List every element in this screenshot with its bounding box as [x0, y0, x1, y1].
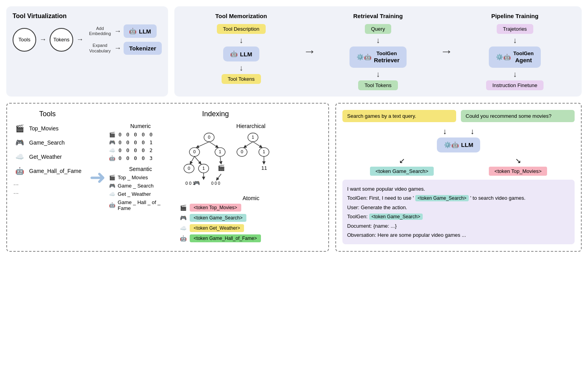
tools-column: Tools 🎬 Top_Movies 🎮 Game_Search ☁️ Get_… — [13, 110, 86, 245]
robot-icon5: ⚙️🤖 — [444, 141, 459, 149]
query-box: Query — [365, 24, 391, 34]
branch-arrow2: → — [114, 44, 121, 52]
retriever-box: ⚙️🤖 ToolGen Retriever — [349, 46, 407, 68]
result-token-1: <token Game_Search> — [370, 167, 434, 176]
num-icon-1: 🎮 — [109, 139, 115, 145]
robot-icon1: 🤖 — [129, 28, 137, 35]
atomic-row-0: 🎬 <token Top_Movies> — [180, 204, 322, 212]
atomic-icon-0: 🎬 — [180, 204, 187, 211]
training-arrow1: → — [302, 13, 318, 90]
agent-box: ⚙️🤖 ToolGen Agent — [489, 46, 541, 68]
conv-llm: ↓ ↓ ⚙️🤖 LLM — [342, 127, 575, 152]
tool-tokens-box1: Tool Tokens — [222, 74, 261, 84]
conv-line-5: Obversation: Here are some popular video… — [347, 230, 570, 240]
hall-of-fame-icon: 🤖 — [13, 165, 26, 176]
indexing-area: Indexing Numeric 🎬 0 0 0 0 0 🎮 0 0 0 0 1 — [109, 110, 322, 245]
token-top-movies: <token Top_Movies> — [190, 204, 241, 212]
conv-line-3: ToolGen: <token Game_Search> — [347, 212, 570, 221]
numeric-row-2: ☁️ 0 0 0 0 2 — [109, 147, 172, 153]
semantic-row-1: 🎮 Game _ Search — [109, 183, 172, 189]
atomic-icon-1: 🎮 — [180, 215, 187, 221]
svg-text:0: 0 — [188, 166, 190, 171]
query-row: Search games by a text query. Could you … — [342, 110, 575, 122]
svg-text:0: 0 — [193, 149, 196, 154]
dots2: ... — [13, 188, 81, 195]
down-arrow1: ↓ — [239, 36, 243, 44]
indexing-right: Hierarchical 0 1 0 1 0 — [180, 123, 322, 245]
semantic-row-0: 🎬 Top _ Movies — [109, 175, 172, 180]
robot-icon2: 🤖 — [230, 50, 238, 58]
svg-line-22 — [190, 156, 194, 164]
conv-line-0: I want some popular video games. — [347, 184, 570, 193]
conv-token-result: ↙ <token Game_Search> ↘ <token Top_Movie… — [342, 156, 575, 176]
sem-icon-0: 🎬 — [109, 175, 115, 180]
arrow2: → — [76, 35, 83, 44]
indexing-inner: Numeric 🎬 0 0 0 0 0 🎮 0 0 0 0 1 ☁️ 0 0 0… — [109, 123, 322, 245]
big-blue-arrow: ➜ — [89, 166, 106, 189]
retrieval-title: Retrieval Training — [353, 13, 403, 19]
conv-line-1: ToolGen: First, I need to use ' <token G… — [347, 193, 570, 203]
bottom-section: Tools 🎬 Top_Movies 🎮 Game_Search ☁️ Get_… — [6, 103, 582, 252]
sem-icon-3: 🤖 — [109, 202, 115, 208]
tool-item-hall-of-fame: 🤖 Game_Hall_of_Fame — [13, 165, 81, 176]
robot-icon4: ⚙️🤖 — [496, 54, 511, 61]
svg-text:1: 1 — [219, 149, 221, 154]
tool-description-box: Tool Description — [217, 24, 266, 34]
big-arrow-container: ➜ — [86, 110, 109, 245]
svg-text:0: 0 — [241, 149, 243, 154]
tools-node: Tools — [13, 28, 36, 52]
tokenizer-box: Tokenizer — [124, 42, 162, 55]
num-icon-3: 🤖 — [109, 155, 115, 161]
retrieval-section: Retrieval Training Query ↓ ⚙️🤖 ToolGen R… — [318, 13, 439, 90]
pipeline-title: Pipeline Training — [491, 13, 538, 19]
conversation-panel: Search games by a text query. Could you … — [335, 103, 582, 252]
atomic-title: Atomic — [180, 195, 322, 201]
memo-llm-box: 🤖 LLM — [223, 46, 259, 61]
num-icon-2: ☁️ — [109, 147, 115, 153]
trajectories-box: Trajetories — [497, 24, 533, 34]
memorization-section: Tool Memorization Tool Description ↓ 🤖 L… — [181, 13, 302, 90]
instruction-finetune-box: Instruction Finetune — [486, 80, 544, 90]
numeric-row-1: 🎮 0 0 0 0 1 — [109, 139, 172, 145]
semantic-row-2: ☁️ Get _ Weather — [109, 191, 172, 197]
svg-text:🎬: 🎬 — [218, 164, 225, 171]
virt-right: AddEmbedding → 🤖 LLM ExpandVocabulary → … — [88, 24, 162, 55]
svg-line-15 — [253, 141, 262, 147]
svg-text:0: 0 — [208, 135, 210, 139]
tools-col-title: Tools — [13, 110, 81, 118]
agent-label: ToolGen Agent — [513, 50, 534, 64]
hierarchical-title: Hierarchical — [180, 123, 322, 129]
svg-line-13 — [209, 141, 218, 147]
training-arrow2: → — [438, 13, 454, 90]
memorization-title: Tool Memorization — [215, 13, 267, 19]
sem-icon-2: ☁️ — [109, 191, 115, 197]
atomic-icon-2: ☁️ — [180, 225, 187, 231]
atomic-row-1: 🎮 <token Game_Search> — [180, 214, 322, 222]
atomic-row-2: ☁️ <token Get_Weather> — [180, 224, 322, 232]
svg-text:11: 11 — [261, 165, 267, 171]
tool-item-weather: ☁️ Get_Weather — [13, 151, 81, 162]
svg-line-24 — [220, 156, 221, 164]
svg-line-30 — [216, 174, 221, 180]
svg-text:1: 1 — [202, 166, 205, 171]
llm-box: 🤖 LLM — [124, 24, 157, 38]
down-arrow5: ↓ — [513, 36, 517, 44]
query-box-1: Search games by a text query. — [342, 110, 456, 122]
indexing-left: Numeric 🎬 0 0 0 0 0 🎮 0 0 0 0 1 ☁️ 0 0 0… — [109, 123, 172, 245]
inline-token-2: <token Game_Search> — [369, 214, 423, 220]
down-arrow4: ↓ — [376, 70, 380, 78]
tool-tokens-box2: Tool Tokens — [358, 80, 398, 90]
conv-llm-box: ⚙️🤖 LLM — [437, 137, 481, 152]
semantic-row-3: 🤖 Game _ Hall _ of _ Fame — [109, 199, 172, 211]
arrow1: → — [39, 35, 46, 44]
dots1: ... — [13, 180, 81, 187]
atomic-row-3: 🤖 <token Game_Hall_of_Fame> — [180, 234, 322, 242]
virtualization-title: Tool Virtualization — [13, 13, 162, 20]
pipeline-section: Pipeline Training Trajetories ↓ ⚙️🤖 Tool… — [454, 13, 575, 90]
svg-line-12 — [196, 141, 209, 147]
bottom-left-panel: Tools 🎬 Top_Movies 🎮 Game_Search ☁️ Get_… — [6, 103, 329, 252]
token-game-search: <token Game_Search> — [190, 214, 246, 222]
atomic-icon-3: 🤖 — [180, 235, 187, 242]
down-arrow3: ↓ — [376, 36, 380, 44]
conv-arrows: ↓ ↓ ⚙️🤖 LLM — [437, 127, 481, 152]
